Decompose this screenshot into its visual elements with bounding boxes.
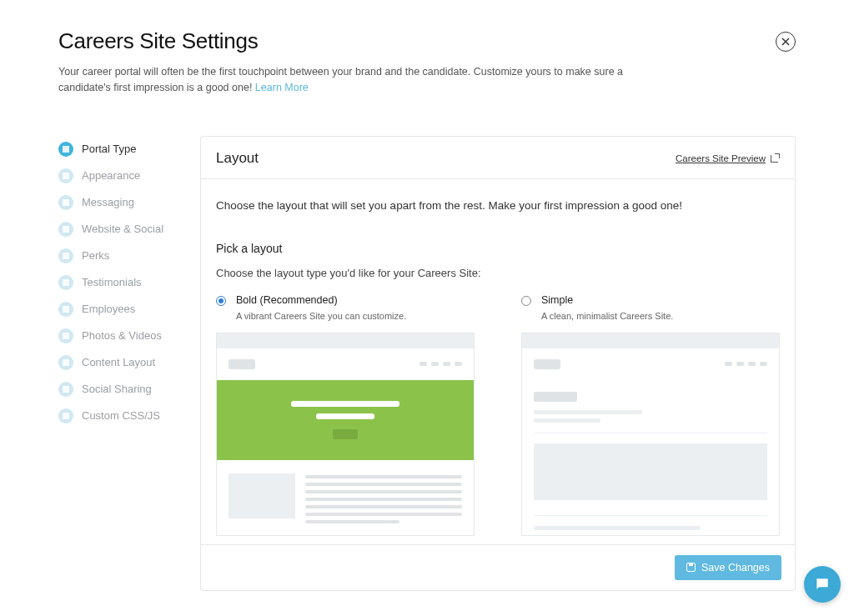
sidebar-item-label: Messaging — [82, 196, 134, 208]
sidebar-item-portal-type[interactable]: Portal Type — [58, 136, 183, 163]
option-label: Bold (Recommended) — [236, 294, 338, 306]
social-sharing-icon — [58, 382, 73, 397]
sidebar-item-label: Content Layout — [82, 356, 155, 368]
layout-panel: Layout Careers Site Preview Choose the l… — [200, 136, 796, 591]
layout-preview-bold — [216, 333, 475, 536]
sidebar-item-label: Website & Social — [82, 223, 163, 235]
radio-simple[interactable] — [521, 296, 531, 306]
appearance-icon — [58, 168, 73, 183]
radio-bold[interactable] — [216, 296, 226, 306]
learn-more-link[interactable]: Learn More — [255, 82, 309, 93]
sidebar-item-appearance[interactable]: Appearance — [58, 163, 183, 189]
sidebar-item-content-layout[interactable]: Content Layout — [58, 349, 183, 376]
pick-layout-heading: Pick a layout — [216, 242, 780, 255]
layout-preview-simple — [521, 333, 780, 536]
sidebar-item-label: Photos & Videos — [82, 329, 162, 342]
sidebar-item-label: Appearance — [82, 169, 140, 182]
option-desc: A vibrant Careers Site you can customize… — [236, 311, 475, 321]
chat-icon — [814, 576, 831, 593]
layout-option-bold[interactable]: Bold (Recommended) A vibrant Careers Sit… — [216, 294, 475, 536]
sidebar-item-social-sharing[interactable]: Social Sharing — [58, 376, 183, 403]
content-layout-icon — [58, 355, 73, 370]
website-social-icon — [58, 222, 73, 237]
layout-option-simple[interactable]: Simple A clean, minimalist Careers Site. — [521, 294, 780, 536]
close-button[interactable] — [776, 32, 796, 52]
external-link-icon — [771, 153, 780, 163]
sidebar-item-label: Testimonials — [82, 276, 142, 288]
close-icon — [781, 38, 790, 46]
perks-icon — [58, 248, 73, 263]
option-label: Simple — [541, 294, 573, 306]
photos-videos-icon — [58, 328, 73, 343]
sidebar-item-messaging[interactable]: Messaging — [58, 189, 183, 216]
portal-type-icon — [58, 142, 73, 157]
page-title: Careers Site Settings — [58, 28, 258, 54]
panel-title: Layout — [216, 150, 259, 167]
panel-intro: Choose the layout that will set you apar… — [216, 199, 780, 212]
page-subtitle: Your career portal will often be the fir… — [58, 64, 659, 96]
option-desc: A clean, minimalist Careers Site. — [541, 311, 780, 321]
messaging-icon — [58, 195, 73, 210]
save-icon — [686, 563, 696, 572]
sidebar-item-perks[interactable]: Perks — [58, 243, 183, 269]
sidebar-item-website-social[interactable]: Website & Social — [58, 216, 183, 243]
sidebar-item-label: Perks — [82, 249, 109, 262]
settings-sidebar: Portal Type Appearance Messaging Website… — [58, 136, 183, 591]
chat-fab[interactable] — [804, 566, 841, 603]
employees-icon — [58, 302, 73, 317]
sidebar-item-employees[interactable]: Employees — [58, 296, 183, 323]
testimonials-icon — [58, 275, 73, 290]
sidebar-item-label: Employees — [82, 303, 135, 315]
save-changes-button[interactable]: Save Changes — [675, 555, 781, 580]
custom-css-js-icon — [58, 408, 73, 423]
sidebar-item-photos-videos[interactable]: Photos & Videos — [58, 323, 183, 349]
pick-layout-sub: Choose the layout type you'd like for yo… — [216, 267, 780, 279]
sidebar-item-custom-css-js[interactable]: Custom CSS/JS — [58, 403, 183, 429]
sidebar-item-label: Portal Type — [82, 143, 137, 155]
sidebar-item-label: Social Sharing — [82, 383, 152, 395]
sidebar-item-label: Custom CSS/JS — [82, 409, 160, 422]
careers-site-preview-link[interactable]: Careers Site Preview — [676, 153, 780, 163]
sidebar-item-testimonials[interactable]: Testimonials — [58, 269, 183, 296]
